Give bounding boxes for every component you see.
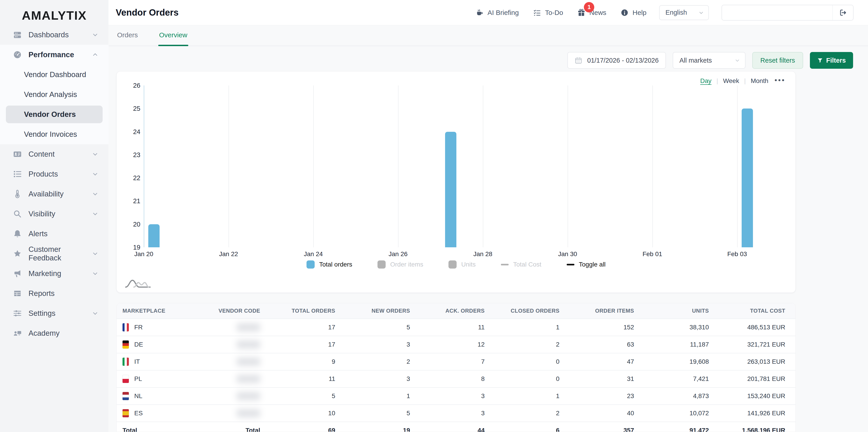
column-header-closed-orders: CLOSED ORDERS bbox=[485, 303, 559, 319]
chevron-up-icon bbox=[92, 51, 98, 58]
total-cost-cell: 263,013 EUR bbox=[709, 353, 796, 370]
marketplace-cell: PL bbox=[117, 370, 193, 388]
ack-orders-cell: 3 bbox=[410, 388, 485, 405]
closed-orders-cell: 1 bbox=[485, 319, 559, 336]
market-select[interactable]: All markets bbox=[673, 52, 745, 69]
total-orders-cell: 17 bbox=[260, 319, 335, 336]
sidebar-item-marketing[interactable]: Marketing bbox=[0, 264, 108, 283]
chart-legend: Total ordersOrder itemsUnitsTotal CostTo… bbox=[117, 260, 796, 269]
y-axis-tick-label: 19 bbox=[121, 244, 141, 251]
x-axis-tick-label: Jan 28 bbox=[473, 250, 492, 258]
gridline bbox=[228, 86, 229, 247]
legend-item-total-orders[interactable]: Total orders bbox=[307, 260, 352, 269]
closed-orders-total-cell: 6 bbox=[485, 422, 559, 432]
units-cell: 38,310 bbox=[634, 319, 709, 336]
sidebar-item-vendor-invoices[interactable]: Vendor Invoices bbox=[0, 124, 108, 144]
closed-orders-cell: 0 bbox=[485, 353, 559, 370]
tab-overview[interactable]: Overview bbox=[158, 31, 188, 46]
filters-button-label: Filters bbox=[826, 57, 846, 64]
sidebar-item-academy[interactable]: Academy bbox=[0, 323, 108, 343]
news-button[interactable]: 1News bbox=[578, 9, 606, 17]
sidebar-item-reports[interactable]: Reports bbox=[0, 283, 108, 303]
marketplace-code: PL bbox=[134, 375, 142, 382]
legend-item-total-cost[interactable]: Total Cost bbox=[501, 261, 541, 268]
column-header-total-cost: TOTAL COST bbox=[709, 303, 796, 319]
reset-filters-button[interactable]: Reset filters bbox=[752, 52, 803, 69]
sidebar-item-label: Performance bbox=[29, 51, 74, 59]
chart-plot-area: 2625242322212019Jan 20Jan 22Jan 24Jan 26… bbox=[117, 71, 796, 292]
redacted-vendor-code bbox=[237, 375, 260, 383]
es-flag-icon bbox=[123, 409, 129, 417]
chevron-down-icon bbox=[92, 31, 98, 38]
redacted-vendor-code bbox=[237, 392, 260, 400]
sidebar-item-label: Reports bbox=[29, 289, 55, 298]
table-row-pl: PL11380317,421201,781 EUR bbox=[117, 370, 796, 388]
sidebar-item-performance[interactable]: Performance bbox=[0, 45, 108, 65]
bar-feb-03[interactable] bbox=[742, 109, 753, 247]
sidebar-item-customer-feedback[interactable]: Customer Feedback bbox=[0, 244, 108, 264]
new-orders-cell: 3 bbox=[335, 336, 410, 353]
legend-item-order-items[interactable]: Order items bbox=[377, 260, 423, 269]
table-row-fr: FR17511115238,310486,513 EUR bbox=[117, 319, 796, 336]
y-axis-tick-label: 26 bbox=[121, 82, 141, 89]
topbar-actions: AI BriefingTo-Do1NewsHelp bbox=[476, 9, 647, 17]
sidebar-item-vendor-orders[interactable]: Vendor Orders bbox=[0, 104, 108, 124]
orders-chart-card: Day|Week|Month 2625242322212019Jan 20Jan… bbox=[116, 71, 796, 293]
sidebar-item-products[interactable]: Products bbox=[0, 164, 108, 184]
redacted-vendor-code bbox=[237, 340, 260, 348]
date-range-picker[interactable]: 01/17/2026 - 02/13/2026 bbox=[567, 52, 666, 69]
sidebar-item-dashboards[interactable]: Dashboards bbox=[0, 25, 108, 45]
sidebar-item-alerts[interactable]: Alerts bbox=[0, 224, 108, 244]
topbar-right: AI BriefingTo-Do1NewsHelp English bbox=[476, 5, 854, 21]
closed-orders-cell: 0 bbox=[485, 370, 559, 388]
total-cost-total-cell: 1,568,196 EUR bbox=[709, 422, 796, 432]
sidebar-item-visibility[interactable]: Visibility bbox=[0, 204, 108, 224]
vendor-code-cell bbox=[193, 388, 260, 405]
marketplace-total-cell: Total bbox=[117, 422, 193, 432]
language-select[interactable]: English bbox=[659, 5, 709, 20]
legend-item-units[interactable]: Units bbox=[448, 260, 475, 269]
reports-icon bbox=[13, 289, 22, 298]
sidebar-item-settings[interactable]: Settings bbox=[0, 303, 108, 323]
units-cell: 11,187 bbox=[634, 336, 709, 353]
table-total-row: TotalTotal691944635791,4721,568,196 EUR bbox=[117, 422, 796, 432]
tab-bar: Orders Overview bbox=[108, 25, 868, 46]
bar-jan-27[interactable] bbox=[445, 132, 456, 247]
vendor-code-total-cell: Total bbox=[193, 422, 260, 432]
chevron-down-icon bbox=[92, 211, 98, 217]
ai-briefing-button[interactable]: AI Briefing bbox=[476, 9, 519, 17]
logout-button[interactable] bbox=[833, 5, 854, 21]
sidebar-item-label: Vendor Orders bbox=[24, 110, 76, 119]
settings-icon bbox=[13, 309, 22, 318]
sidebar-item-label: Customer Feedback bbox=[29, 245, 92, 262]
sidebar-item-availability[interactable]: Availability bbox=[0, 184, 108, 204]
legend-swatch bbox=[377, 260, 385, 269]
legend-label: Total Cost bbox=[513, 261, 541, 268]
legend-item-toggle-all[interactable]: Toggle all bbox=[567, 261, 606, 268]
app-root: AMALYTIX DashboardsPerformanceVendor Das… bbox=[0, 0, 868, 432]
y-axis-tick-label: 25 bbox=[121, 105, 141, 112]
table-row-de: DE1731226311,187321,721 EUR bbox=[117, 336, 796, 353]
visibility-icon bbox=[13, 210, 22, 218]
bar-jan-20[interactable] bbox=[148, 224, 160, 247]
total-cost-cell: 153,240 EUR bbox=[709, 388, 796, 405]
calendar-icon bbox=[575, 57, 582, 64]
marketplace-code: FR bbox=[134, 324, 143, 331]
tab-orders[interactable]: Orders bbox=[116, 31, 139, 46]
sidebar-item-vendor-dashboard[interactable]: Vendor Dashboard bbox=[0, 65, 108, 85]
sidebar-item-content[interactable]: Content bbox=[0, 144, 108, 164]
help-button[interactable]: Help bbox=[621, 9, 647, 17]
notification-badge: 1 bbox=[584, 2, 594, 12]
to-do-button[interactable]: To-Do bbox=[533, 9, 563, 17]
sidebar-item-vendor-analysis[interactable]: Vendor Analysis bbox=[0, 85, 108, 104]
chevron-down-icon bbox=[92, 191, 98, 197]
column-header-order-items: ORDER ITEMS bbox=[559, 303, 634, 319]
legend-label: Order items bbox=[390, 261, 423, 268]
search-input[interactable] bbox=[721, 5, 833, 21]
filters-button[interactable]: Filters bbox=[810, 52, 853, 69]
gift-icon bbox=[578, 9, 585, 17]
coffee-icon bbox=[476, 9, 484, 17]
sidebar-item-label: Academy bbox=[29, 329, 60, 338]
units-cell: 4,873 bbox=[634, 388, 709, 405]
new-orders-cell: 5 bbox=[335, 405, 410, 422]
